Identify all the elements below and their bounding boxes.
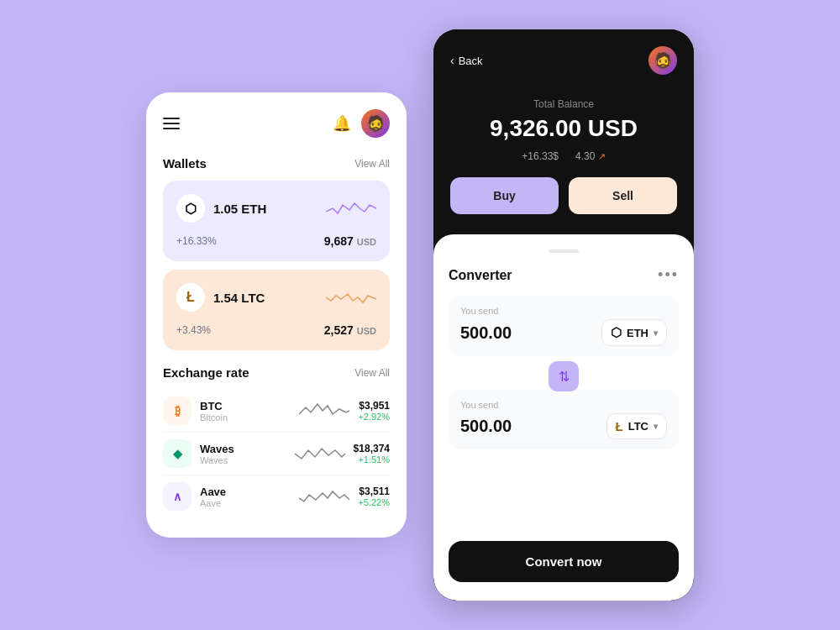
btc-name: BTC [200,400,291,412]
exchange-title: Exchange rate [163,365,249,380]
wallets-view-all[interactable]: View All [354,158,390,170]
eth-wallet-card[interactable]: ⬡ 1.05 ETH +16.33% 9,687 USD [163,181,390,261]
right-detail-card: ‹ Back 🧔 Total Balance 9,326.00 USD +16.… [433,29,694,601]
chevron-down-icon-1: ▾ [654,328,658,338]
send-value-1: 500.00 [460,323,512,343]
left-wallet-card: 🔔 🧔 Wallets View All ⬡ 1.05 ETH +16.33% … [146,92,407,538]
back-label: Back [459,55,483,67]
total-balance-label: Total Balance [450,98,677,110]
exchange-view-all[interactable]: View All [354,367,390,379]
eth-select-icon: ⬡ [611,325,622,340]
ltc-wallet-left: Ł 1.54 LTC [176,283,265,312]
back-button[interactable]: ‹ Back [450,54,483,67]
avatar[interactable]: 🧔 [361,109,390,138]
ltc-wallet-bottom: +3.43% 2,527 USD [176,323,376,337]
eth-amount: 1.05 ETH [213,202,266,216]
aave-sparkline [299,485,349,508]
waves-price: $18,374 +1.51% [354,443,390,465]
convert-now-button[interactable]: Convert now [449,541,679,582]
wallets-section-header: Wallets View All [163,156,390,171]
exchange-row-aave[interactable]: ∧ Aave Aave $3,511 +5.22% [163,475,390,517]
dark-header: ‹ Back 🧔 [450,46,677,75]
back-chevron-icon: ‹ [450,54,454,67]
wallets-title: Wallets [163,156,207,171]
converter-row-2: 500.00 Ł LTC ▾ [460,413,667,439]
swap-button[interactable]: ⇅ [549,361,579,391]
ltc-coin-icon: Ł [176,283,205,312]
sell-button[interactable]: Sell [569,177,677,214]
action-buttons: Buy Sell [450,177,677,214]
balance-amount: 9,326.00 USD [450,115,677,142]
coin-select-2[interactable]: Ł LTC ▾ [606,413,667,439]
btc-price: $3,951 +2.92% [358,400,390,422]
converter-sheet: Converter ••• You send 500.00 ⬡ ETH ▾ ⇅ … [433,234,694,601]
exchange-section-header: Exchange rate View All [163,365,390,380]
balance-pct: 4.30 ↗ [575,150,606,162]
converter-header: Converter ••• [449,266,679,284]
eth-wallet-top: ⬡ 1.05 ETH [176,194,376,223]
converter-title: Converter [449,268,512,283]
eth-usd-value: 9,687 USD [324,234,376,248]
options-dots-icon[interactable]: ••• [658,266,679,284]
aave-info: Aave Aave [200,486,291,508]
waves-name: Waves [200,443,286,455]
left-header: 🔔 🧔 [163,109,390,138]
coin-1-label: ETH [627,327,648,339]
send-value-2: 500.00 [460,417,512,436]
menu-icon[interactable] [163,118,180,129]
ltc-usd-value: 2,527 USD [324,323,376,337]
btc-full: Bitcoin [200,412,291,423]
eth-wallet-bottom: +16.33% 9,687 USD [176,234,376,248]
converter-row-1: 500.00 ⬡ ETH ▾ [460,319,667,346]
coin-2-label: LTC [628,420,648,433]
converter-send-box-1: You send 500.00 ⬡ ETH ▾ [449,296,679,356]
exchange-row-btc[interactable]: ₿ BTC Bitcoin $3,951 +2.92% [163,390,390,433]
header-right: 🔔 🧔 [333,109,390,138]
chevron-down-icon-2: ▾ [654,422,658,431]
aave-name: Aave [200,486,291,498]
send-label-2: You send [460,400,667,410]
btc-sparkline [299,399,349,423]
ltc-amount: 1.54 LTC [213,291,265,305]
swap-button-wrapper: ⇅ [449,361,679,391]
send-label-1: You send [460,306,667,316]
ltc-wallet-card[interactable]: Ł 1.54 LTC +3.43% 2,527 USD [163,270,390,350]
ltc-pct-change: +3.43% [176,324,211,336]
eth-sparkline [326,197,376,220]
exchange-row-waves[interactable]: ◆ Waves Waves $18,374 +1.51% [163,433,390,475]
bell-icon[interactable]: 🔔 [333,114,351,133]
converter-send-box-2: You send 500.00 Ł LTC ▾ [449,390,679,449]
eth-coin-icon: ⬡ [176,194,205,223]
waves-icon: ◆ [163,439,192,468]
waves-sparkline [295,442,345,465]
dark-section: ‹ Back 🧔 Total Balance 9,326.00 USD +16.… [433,29,694,234]
btc-info: BTC Bitcoin [200,400,291,423]
coin-select-1[interactable]: ⬡ ETH ▾ [601,319,667,346]
buy-button[interactable]: Buy [450,177,559,214]
waves-info: Waves Waves [200,443,286,465]
balance-change: +16.33$ [522,150,559,162]
aave-icon: ∧ [163,482,192,511]
waves-full: Waves [200,455,286,465]
eth-pct-change: +16.33% [176,235,217,247]
exchange-section: Exchange rate View All ₿ BTC Bitcoin $3,… [163,365,390,517]
ltc-sparkline [326,286,376,309]
aave-full: Aave [200,498,291,508]
sheet-handle [549,249,579,253]
arrow-up-icon: ↗ [598,151,606,161]
right-avatar[interactable]: 🧔 [648,46,677,75]
ltc-select-icon: Ł [616,419,623,433]
ltc-wallet-top: Ł 1.54 LTC [176,283,376,312]
balance-section: Total Balance 9,326.00 USD +16.33$ 4.30 … [450,98,677,162]
eth-wallet-left: ⬡ 1.05 ETH [176,194,266,223]
aave-price: $3,511 +5.22% [358,486,390,507]
btc-icon: ₿ [163,396,192,425]
balance-sub: +16.33$ 4.30 ↗ [450,150,677,162]
